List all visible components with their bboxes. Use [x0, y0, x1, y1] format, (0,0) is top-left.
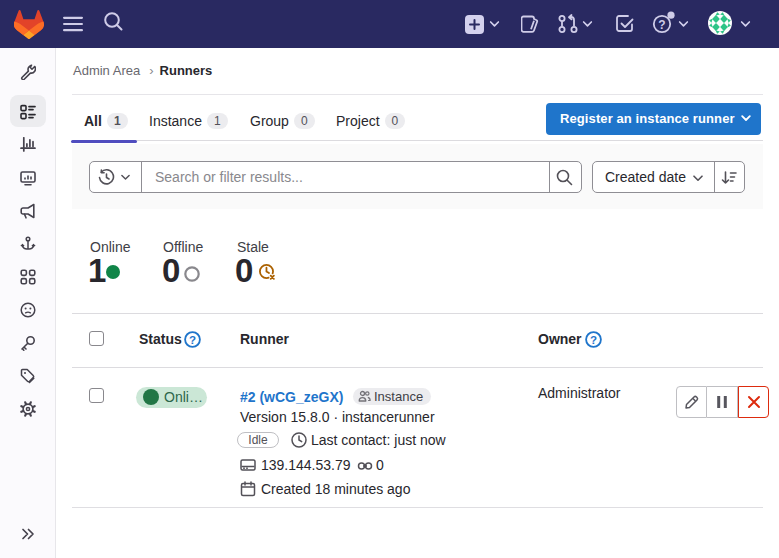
svg-text:?: ? [189, 334, 196, 346]
svg-text:?: ? [590, 334, 597, 346]
svg-text:?: ? [658, 18, 665, 32]
